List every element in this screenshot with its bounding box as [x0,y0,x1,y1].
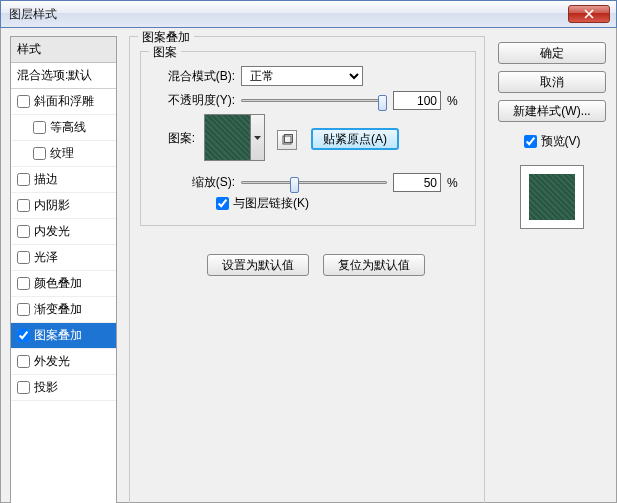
style-item-checkbox[interactable] [17,251,30,264]
link-with-layer-label: 与图层链接(K) [233,195,309,212]
style-item-label: 外发光 [34,353,70,370]
style-item-8[interactable]: 渐变叠加 [11,297,116,323]
style-item-checkbox[interactable] [17,303,30,316]
style-item-checkbox[interactable] [17,225,30,238]
reset-to-default-button[interactable]: 复位为默认值 [323,254,425,276]
opacity-input[interactable] [393,91,441,110]
style-item-label: 内阴影 [34,197,70,214]
pattern-label: 图案: [151,130,195,147]
close-button[interactable] [568,5,610,23]
style-item-4[interactable]: 内阴影 [11,193,116,219]
opacity-label: 不透明度(Y): [151,92,235,109]
cancel-button[interactable]: 取消 [498,71,606,93]
pattern-dropdown-arrow[interactable] [250,115,264,160]
opacity-slider[interactable] [241,99,387,102]
make-default-button[interactable]: 设置为默认值 [207,254,309,276]
preview-texture [529,174,575,220]
style-item-1[interactable]: 等高线 [11,115,116,141]
style-item-label: 纹理 [50,145,74,162]
titlebar: 图层样式 [0,0,617,28]
style-item-label: 渐变叠加 [34,301,82,318]
style-item-checkbox[interactable] [33,147,46,160]
style-item-label: 图案叠加 [34,327,82,344]
blend-options-default[interactable]: 混合选项:默认 [11,63,116,89]
style-item-checkbox[interactable] [33,121,46,134]
style-item-label: 描边 [34,171,58,188]
scale-slider[interactable] [241,181,387,184]
preview-swatch [520,165,584,229]
scale-label: 缩放(S): [151,174,235,191]
scale-slider-thumb[interactable] [290,177,299,193]
pattern-texture-preview [205,115,250,160]
preview-label: 预览(V) [541,133,581,150]
close-icon [584,9,594,19]
pattern-group: 图案 混合模式(B): 正常 不透明度(Y): % 图案: [140,51,476,226]
inner-group-label: 图案 [149,44,181,61]
create-new-preset-button[interactable] [277,130,297,150]
style-item-6[interactable]: 光泽 [11,245,116,271]
style-item-11[interactable]: 投影 [11,375,116,401]
style-item-2[interactable]: 纹理 [11,141,116,167]
snap-to-origin-button[interactable]: 贴紧原点(A) [311,128,399,150]
style-item-label: 光泽 [34,249,58,266]
link-with-layer-checkbox[interactable] [216,197,229,210]
style-item-0[interactable]: 斜面和浮雕 [11,89,116,115]
pattern-overlay-group: 图案叠加 图案 混合模式(B): 正常 不透明度(Y): % 图案: [129,36,485,503]
style-item-label: 颜色叠加 [34,275,82,292]
style-item-9[interactable]: 图案叠加 [11,323,116,349]
right-column: 确定 取消 新建样式(W)... 预览(V) [498,42,606,229]
blend-mode-label: 混合模式(B): [151,68,235,85]
blend-mode-select[interactable]: 正常 [241,66,363,86]
dialog-body: 样式 混合选项:默认 斜面和浮雕等高线纹理描边内阴影内发光光泽颜色叠加渐变叠加图… [0,28,617,503]
scale-input[interactable] [393,173,441,192]
style-item-label: 投影 [34,379,58,396]
style-item-checkbox[interactable] [17,277,30,290]
preview-checkbox[interactable] [524,135,537,148]
ok-button[interactable]: 确定 [498,42,606,64]
new-preset-icon [281,134,293,146]
style-item-label: 等高线 [50,119,86,136]
style-item-checkbox[interactable] [17,95,30,108]
style-item-label: 内发光 [34,223,70,240]
percent-label-2: % [447,176,458,190]
style-item-checkbox[interactable] [17,199,30,212]
style-item-checkbox[interactable] [17,329,30,342]
opacity-slider-thumb[interactable] [378,95,387,111]
pattern-picker[interactable] [204,114,265,161]
style-item-label: 斜面和浮雕 [34,93,94,110]
new-style-button[interactable]: 新建样式(W)... [498,100,606,122]
styles-header[interactable]: 样式 [11,37,116,63]
style-item-checkbox[interactable] [17,381,30,394]
dialog-title: 图层样式 [9,6,57,23]
styles-panel: 样式 混合选项:默认 斜面和浮雕等高线纹理描边内阴影内发光光泽颜色叠加渐变叠加图… [10,36,117,503]
style-item-7[interactable]: 颜色叠加 [11,271,116,297]
percent-label: % [447,94,458,108]
style-item-checkbox[interactable] [17,173,30,186]
style-item-10[interactable]: 外发光 [11,349,116,375]
chevron-down-icon [254,136,261,140]
style-item-3[interactable]: 描边 [11,167,116,193]
style-item-checkbox[interactable] [17,355,30,368]
style-item-5[interactable]: 内发光 [11,219,116,245]
